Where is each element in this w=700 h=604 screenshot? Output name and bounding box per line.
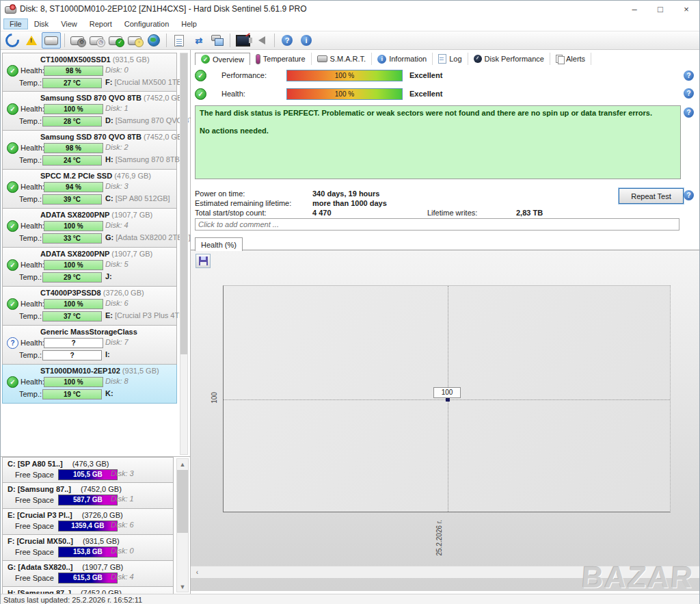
menu-file[interactable]: File xyxy=(3,18,28,29)
disk-health-meter: 98 % xyxy=(44,66,103,76)
menu-help[interactable]: Help xyxy=(175,18,203,29)
warning-report-icon[interactable] xyxy=(23,33,40,48)
close-button[interactable]: × xyxy=(673,1,699,17)
disk-settings-icon[interactable]: ⚙ xyxy=(68,33,86,48)
help-icon[interactable]: ? xyxy=(684,88,694,99)
scroll-left-icon[interactable]: ‹ xyxy=(192,567,202,577)
tab-log[interactable]: Log xyxy=(433,53,468,65)
partition-item-2[interactable]: E: [Crucial P3 Pl..](3726,0 GB) Free Spa… xyxy=(2,509,174,535)
comment-input[interactable] xyxy=(195,218,679,231)
toolbar: ⚙◷✓◦⇄?i xyxy=(1,31,699,50)
menu-bar: FileDiskViewReportConfigurationHelp xyxy=(1,17,699,31)
disk-item-2[interactable]: Samsung SSD 870 QVO 8TB (7452,0 GB) ✓Hea… xyxy=(2,131,177,170)
disk-number: Disk: 5 xyxy=(105,260,129,268)
disk-number: Disk: 6 xyxy=(105,299,129,307)
help-icon[interactable]: ? xyxy=(684,70,694,81)
scroll-thumb[interactable] xyxy=(177,470,188,533)
window-title: Disk: 8, ST1000DM010-2EP102 [ZN1H4CXS] -… xyxy=(20,4,621,14)
disk-item-3[interactable]: SPCC M.2 PCIe SSD (476,9 GB) ✓Health: 94… xyxy=(2,170,177,209)
disk-temp-meter: 19 °C xyxy=(42,389,102,399)
partition-item-4[interactable]: G: [Adata SX820..](1907,7 GB) Free Space… xyxy=(2,561,174,587)
tab-s-m-a-r-t-[interactable]: S.M.A.R.T. xyxy=(312,53,373,65)
partition-item-0[interactable]: C: [SP A80 51..](476,3 GB) Free Space 10… xyxy=(2,457,174,483)
disk-item-8[interactable]: ST1000DM010-2EP102 (931,5 GB) ✓Health: 1… xyxy=(2,365,177,404)
drive-label: [SP A80 512GB] xyxy=(116,194,170,202)
toolbar-separator xyxy=(274,34,275,47)
repeat-test-button[interactable]: Repeat Test xyxy=(619,188,684,204)
help-icon[interactable]: ? xyxy=(684,190,694,200)
tab-alerts[interactable]: Alerts xyxy=(550,53,591,65)
scroll-down-icon[interactable]: ▼ xyxy=(177,581,188,592)
free-space-bar: 587,7 GB xyxy=(58,495,118,505)
drive-label: [Crucial P3 Plus 4TB] xyxy=(115,311,187,319)
disk-item-4[interactable]: ADATA SX8200PNP (1907,7 GB) ✓Health: 100… xyxy=(2,209,177,248)
menu-disk[interactable]: Disk xyxy=(28,18,55,29)
menu-configuration[interactable]: Configuration xyxy=(118,18,175,29)
disk-temp-meter: 29 °C xyxy=(42,272,102,283)
report-icon[interactable] xyxy=(170,33,188,48)
stat-value: 340 days, 19 hours xyxy=(312,189,427,198)
disk-item-1[interactable]: Samsung SSD 870 QVO 8TB (7452,0 GB) ✓Hea… xyxy=(2,92,177,131)
disk-clock-icon[interactable]: ◷ xyxy=(88,33,105,48)
disk-name: ST1000DM010-2EP102 xyxy=(40,367,120,375)
performance-ok-icon: ✓ xyxy=(195,70,206,81)
chart-tab-health[interactable]: Health (%) xyxy=(195,237,243,251)
scroll-up-icon[interactable]: ▲ xyxy=(177,459,188,469)
disk-list-scrollbar[interactable] xyxy=(180,53,188,455)
disk-ok-icon: ✓ xyxy=(7,220,18,232)
help-icon[interactable]: ? xyxy=(684,107,694,118)
status-line-1: The hard disk status is PERFECT. Problem… xyxy=(200,109,676,117)
partition-disk-number: Disk: 0 xyxy=(111,547,134,555)
tab-overview[interactable]: ✓Overview xyxy=(195,53,250,65)
partition-item-3[interactable]: F: [Crucial MX50..](931,5 GB) Free Space… xyxy=(2,535,174,561)
free-space-bar: 1359,4 GB xyxy=(58,521,118,531)
disk-name: CT1000MX500SSD1 xyxy=(40,55,111,64)
partition-disk-number: Disk: 3 xyxy=(111,469,134,477)
disk-item-5[interactable]: ADATA SX8200PNP (1907,7 GB) ✓Health: 100… xyxy=(2,248,177,287)
stat-label: Total start/stop count: xyxy=(195,208,312,218)
partition-list-scrollbar[interactable]: ▲ ▼ xyxy=(176,458,189,592)
drive-label: [Crucial MX500 1TB] xyxy=(114,78,183,86)
partition-name: F: [Crucial MX50..] xyxy=(8,537,73,545)
disk-status-textbox: The hard disk status is PERFECT. Problem… xyxy=(195,105,681,179)
partition-item-5[interactable]: H: [Samsung 87..](7452,0 GB) Free Space xyxy=(2,587,174,594)
performance-label: Performance: xyxy=(221,71,286,79)
disk-check-icon[interactable]: ✓ xyxy=(107,33,124,48)
info-icon[interactable]: i xyxy=(297,33,315,48)
disk-ok-icon: ✓ xyxy=(7,298,18,310)
save-chart-button[interactable] xyxy=(196,254,211,268)
free-space-bar: 153,8 GB xyxy=(58,547,118,557)
partition-size: (7452,0 GB) xyxy=(81,485,122,493)
help-icon[interactable]: ? xyxy=(278,33,296,48)
tab-temperature[interactable]: Temperature xyxy=(250,53,312,65)
disk-ok-icon: ✓ xyxy=(7,65,18,77)
minimize-button[interactable]: – xyxy=(621,1,647,17)
disk-item-7[interactable]: Generic MassStorageClass ?Health: ? Disk… xyxy=(2,326,177,365)
globe-disk-icon[interactable] xyxy=(145,33,163,48)
menu-view[interactable]: View xyxy=(55,18,83,29)
maximize-button[interactable]: □ xyxy=(647,1,673,17)
disk-size: (476,9 GB) xyxy=(114,172,151,180)
disk-overview-icon[interactable] xyxy=(42,32,61,49)
title-bar: Disk: 8, ST1000DM010-2EP102 [ZN1H4CXS] -… xyxy=(1,1,699,17)
partition-item-1[interactable]: D: [Samsung 87..](7452,0 GB) Free Space … xyxy=(2,483,174,509)
disk-number: Disk: 4 xyxy=(105,221,129,229)
sync-icon[interactable]: ⇄ xyxy=(189,33,207,48)
disk-search-icon[interactable]: ◦ xyxy=(126,33,144,48)
disk-item-0[interactable]: CT1000MX500SSD1 (931,5 GB) ✓Health: 98 %… xyxy=(2,53,177,92)
refresh-icon[interactable] xyxy=(3,33,21,48)
performance-row: ✓ Performance: 100 % Excellent xyxy=(195,70,442,81)
disk-size: (931,5 GB) xyxy=(122,367,159,375)
drive-label: [Samsung 870 8TB] xyxy=(116,155,182,163)
disk-item-6[interactable]: CT4000P3PSSD8 (3726,0 GB) ✓Health: 100 %… xyxy=(2,287,177,326)
disk-name: ADATA SX8200PNP xyxy=(40,211,109,219)
sound-alert-icon[interactable] xyxy=(253,33,271,48)
tab-information[interactable]: iInformation xyxy=(372,53,433,65)
disk-ok-icon: ✓ xyxy=(7,376,18,388)
network-disk-icon[interactable] xyxy=(208,33,226,48)
disk-number: Disk: 2 xyxy=(105,143,129,151)
partition-name: H: [Samsung 87..] xyxy=(8,589,71,594)
disk-size: (3726,0 GB) xyxy=(103,289,144,297)
menu-report[interactable]: Report xyxy=(83,18,118,29)
tab-disk-performance[interactable]: Disk Performance xyxy=(468,53,550,65)
